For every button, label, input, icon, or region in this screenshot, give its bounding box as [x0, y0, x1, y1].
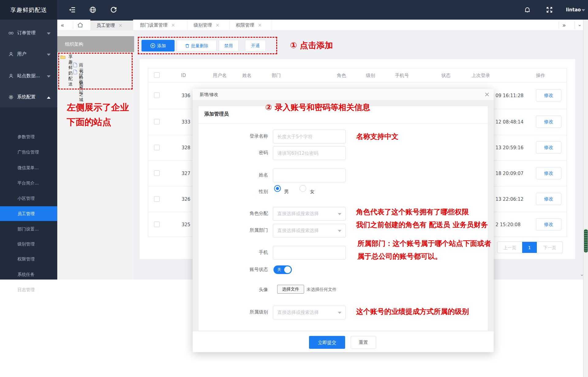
phone-input[interactable]: [273, 246, 346, 260]
annotation-level-hint: 这个账号的业绩提成方式所属的级别: [356, 307, 469, 316]
close-icon[interactable]: ×: [484, 90, 490, 98]
row-checkbox[interactable]: [154, 145, 160, 150]
edit-button[interactable]: 修改: [536, 116, 561, 128]
select-all-checkbox[interactable]: [154, 72, 160, 78]
collapse-tabs-icon[interactable]: «: [61, 20, 64, 31]
divider: [559, 21, 559, 29]
annotation-name-hint: 名称支持中文: [356, 132, 398, 141]
edit-button[interactable]: 修改: [536, 141, 561, 154]
submenu-item-system-tasks[interactable]: 系统任务: [0, 267, 57, 282]
submenu-item-community[interactable]: 小区管理: [0, 191, 57, 206]
tab-level-management[interactable]: 级别管理×: [187, 20, 230, 31]
edit-button[interactable]: 修改: [536, 193, 561, 205]
department-select[interactable]: 直接选择或搜索选择: [273, 224, 346, 238]
submenu-item-parameters[interactable]: 参数管理: [0, 129, 57, 144]
tab-bar: « 员工管理× 部门设置管理× 级别管理× 权限管理× » ⌄: [0, 20, 588, 31]
chevron-down-icon: [47, 32, 51, 35]
login-name-input[interactable]: [273, 130, 346, 143]
submenu-item-level[interactable]: 级别管理: [0, 237, 57, 251]
home-icon[interactable]: [77, 22, 84, 29]
app-logo: 享趣鲜奶配送: [0, 0, 57, 20]
tab-list-dropdown-icon[interactable]: ⌄: [578, 19, 582, 30]
col-header-role: 角色: [337, 73, 346, 78]
tab-permission-management[interactable]: 权限管理×: [230, 20, 272, 31]
enable-button[interactable]: 开通: [245, 40, 266, 51]
cell-id: 328: [182, 145, 190, 150]
tab-department-settings[interactable]: 部门设置管理×: [134, 20, 187, 31]
divider: [575, 21, 575, 29]
account-status-toggle[interactable]: 关: [273, 265, 292, 274]
language-globe-icon[interactable]: [89, 6, 96, 13]
add-button[interactable]: 添加: [141, 40, 175, 51]
user-menu[interactable]: lintao: [566, 0, 581, 20]
cell-id: 327: [182, 171, 190, 176]
tab-close-icon[interactable]: ×: [115, 21, 127, 31]
col-header-last-login: 上次登录: [472, 73, 490, 78]
gender-female-radio[interactable]: [300, 185, 306, 192]
scroll-down-chevron-icon[interactable]: ⌄: [580, 271, 584, 277]
scrollbar-track[interactable]: [583, 20, 588, 377]
submenu-item-staff[interactable]: 员工管理: [0, 206, 57, 221]
batch-delete-button[interactable]: 批量删除: [177, 40, 217, 51]
row-checkbox[interactable]: [154, 170, 160, 176]
pagination-page-1[interactable]: 1: [522, 242, 537, 253]
row-checkbox[interactable]: [154, 196, 160, 202]
edit-button[interactable]: 修改: [536, 89, 561, 101]
level-label: 所属级别: [198, 309, 268, 315]
notification-bell-icon[interactable]: [524, 6, 531, 13]
login-name-label: 登录名称: [198, 133, 268, 139]
submit-button[interactable]: 立即提交: [309, 336, 345, 349]
role-select[interactable]: 直接选择或搜索选择: [273, 207, 346, 221]
password-input[interactable]: [273, 146, 346, 160]
cell-id: 333: [182, 119, 190, 125]
submenu-item-log[interactable]: 日志管理: [0, 282, 57, 297]
person-icon: [8, 51, 14, 57]
org-tree-panel: 组织架构 享趣鲜奶配送 雨花区政府站 万科魅力之城站: [57, 31, 134, 280]
cell-last-login: 13 22:06:12: [496, 196, 523, 202]
scrollbar-thumb[interactable]: [584, 229, 588, 253]
forward-tabs-icon[interactable]: »: [562, 20, 566, 31]
tab-close-icon[interactable]: ×: [254, 20, 266, 31]
gender-female-option[interactable]: 女: [310, 189, 315, 195]
refresh-icon[interactable]: [110, 6, 117, 13]
reset-button[interactable]: 重置: [351, 336, 376, 349]
row-divider: [148, 82, 567, 82]
account-status-label: 账号状态: [198, 267, 268, 272]
pagination-next[interactable]: 下一页: [537, 242, 563, 253]
tab-staff-management[interactable]: 员工管理×: [90, 20, 133, 31]
row-checkbox[interactable]: [154, 222, 160, 227]
submenu-item-ad-slots[interactable]: 广告位管理: [0, 145, 57, 159]
sidebar-item-orders[interactable]: 订单管理: [0, 27, 57, 40]
submenu-item-platform-intro[interactable]: 平台简介...: [0, 176, 57, 190]
sidebar-toggle-icon[interactable]: [69, 6, 76, 13]
sidebar-item-users[interactable]: 用户: [0, 48, 57, 61]
gender-label: 性别: [198, 189, 268, 195]
cell-last-login: 09 16:11:28: [496, 93, 523, 98]
name-input[interactable]: [273, 169, 346, 182]
sidebar-item-site-data[interactable]: 站点数据...: [0, 70, 57, 83]
form-section-title: 添加管理员: [204, 111, 229, 117]
modal-title: 新增/修改: [193, 89, 494, 100]
gender-male-option[interactable]: 男: [284, 189, 289, 195]
pagination-prev[interactable]: 上一页: [497, 242, 522, 253]
chevron-down-icon: [338, 230, 341, 232]
row-checkbox[interactable]: [154, 119, 160, 124]
submenu-item-permission[interactable]: 权限管理: [0, 252, 57, 266]
edit-button[interactable]: 修改: [536, 167, 561, 179]
tab-close-icon[interactable]: ×: [212, 20, 224, 31]
choose-file-button[interactable]: 选择文件: [277, 285, 304, 294]
gear-icon: [8, 94, 14, 100]
fullscreen-icon[interactable]: [546, 6, 553, 13]
submenu-item-department[interactable]: 部门设置...: [0, 222, 57, 236]
submenu-item-wechat-menu[interactable]: 微信菜单...: [0, 160, 57, 175]
row-checkbox[interactable]: [154, 93, 160, 98]
annotation-dept-hint1: 所属部门：这个账号属于哪个站点下面或者: [357, 239, 491, 248]
edit-button[interactable]: 修改: [536, 218, 561, 230]
chevron-down-icon: [338, 213, 341, 215]
disable-button[interactable]: 禁用: [219, 40, 239, 51]
level-select[interactable]: 直接选择或搜索选择: [273, 306, 346, 319]
annotation-step1: ① 点击添加: [290, 40, 333, 51]
tab-close-icon[interactable]: ×: [168, 20, 179, 31]
gender-male-radio[interactable]: [274, 185, 281, 192]
sidebar-item-system-config[interactable]: 系统配置: [0, 91, 57, 104]
